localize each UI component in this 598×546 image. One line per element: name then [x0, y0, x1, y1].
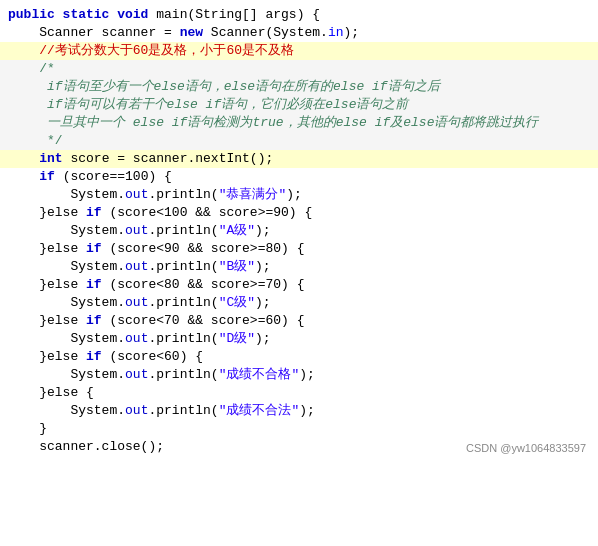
code-token: out — [125, 366, 148, 384]
code-token: //考试分数大于60是及格，小于60是不及格 — [39, 42, 294, 60]
code-line: /* — [0, 60, 598, 78]
code-line: }else if (score<60) { — [0, 348, 598, 366]
code-token: }else — [8, 348, 86, 366]
code-line: } — [0, 420, 598, 438]
code-token: Scanner scanner = — [8, 24, 180, 42]
code-token: Scanner(System. — [203, 24, 328, 42]
code-token: "成绩不合法" — [219, 402, 300, 420]
code-token: ); — [286, 186, 302, 204]
code-token: .println( — [148, 258, 218, 276]
code-token: .println( — [148, 186, 218, 204]
code-line: System.out.println("C级"); — [0, 294, 598, 312]
code-token: (score<70 && score>=60) { — [102, 312, 305, 330]
code-line: }else if (score<100 && score>=90) { — [0, 204, 598, 222]
code-token — [8, 78, 47, 96]
code-editor: public static void main(String[] args) {… — [0, 0, 598, 462]
code-token: if — [86, 312, 102, 330]
code-token: }else — [8, 276, 86, 294]
code-token: }else — [8, 312, 86, 330]
code-token: /* — [39, 60, 55, 78]
code-line: System.out.println("D级"); — [0, 330, 598, 348]
code-token: out — [125, 294, 148, 312]
code-line: */ — [0, 132, 598, 150]
code-token: new — [180, 24, 203, 42]
code-token: static — [63, 6, 118, 24]
code-line: if语句可以有若干个else if语句，它们必须在else语句之前 — [0, 96, 598, 114]
code-token: "C级" — [219, 294, 255, 312]
code-token: out — [125, 222, 148, 240]
code-token: ); — [255, 330, 271, 348]
code-token: if — [86, 276, 102, 294]
code-line: if语句至少有一个else语句，else语句在所有的else if语句之后 — [0, 78, 598, 96]
code-token: System. — [8, 222, 125, 240]
code-token: ); — [299, 366, 315, 384]
code-token: ); — [255, 222, 271, 240]
code-token: .println( — [148, 402, 218, 420]
code-line: System.out.println("成绩不合法"); — [0, 402, 598, 420]
code-token: if — [86, 204, 102, 222]
code-token: if — [86, 348, 102, 366]
code-token: "成绩不合格" — [219, 366, 300, 384]
code-token: "恭喜满分" — [219, 186, 287, 204]
code-line: }else if (score<90 && score>=80) { — [0, 240, 598, 258]
code-token — [8, 168, 39, 186]
code-token: System. — [8, 366, 125, 384]
code-line: System.out.println("A级"); — [0, 222, 598, 240]
code-token: if语句可以有若干个else if语句，它们必须在else语句之前 — [47, 96, 408, 114]
code-token: .println( — [148, 366, 218, 384]
code-token: if — [39, 168, 55, 186]
code-token — [8, 96, 47, 114]
code-token: 一旦其中一个 else if语句检测为true，其他的else if及else语… — [47, 114, 538, 132]
code-token: .println( — [148, 294, 218, 312]
code-token: if语句至少有一个else语句，else语句在所有的else if语句之后 — [47, 78, 440, 96]
code-token: scanner.close(); — [8, 438, 164, 456]
code-line: System.out.println("成绩不合格"); — [0, 366, 598, 384]
code-token: out — [125, 330, 148, 348]
code-token: int — [39, 150, 62, 168]
code-token: }else — [8, 204, 86, 222]
code-line: if (score==100) { — [0, 168, 598, 186]
code-token: (score==100) { — [55, 168, 172, 186]
code-token: ); — [299, 402, 315, 420]
code-token: out — [125, 258, 148, 276]
code-line: }else { — [0, 384, 598, 402]
code-line: System.out.println("恭喜满分"); — [0, 186, 598, 204]
code-token: System. — [8, 402, 125, 420]
code-token: (score<60) { — [102, 348, 203, 366]
code-token: (score<80 && score>=70) { — [102, 276, 305, 294]
code-token — [8, 150, 39, 168]
code-token: main(String[] args) { — [156, 6, 320, 24]
code-token: "D级" — [219, 330, 255, 348]
code-line: System.out.println("B级"); — [0, 258, 598, 276]
code-token — [8, 42, 39, 60]
code-line: int score = scanner.nextInt(); — [0, 150, 598, 168]
code-token: ); — [343, 24, 359, 42]
code-token: (score<90 && score>=80) { — [102, 240, 305, 258]
code-line: public static void main(String[] args) { — [0, 6, 598, 24]
code-token: out — [125, 402, 148, 420]
code-token: in — [328, 24, 344, 42]
code-token: "A级" — [219, 222, 255, 240]
code-token: */ — [47, 132, 63, 150]
code-token: System. — [8, 330, 125, 348]
code-token: ); — [255, 258, 271, 276]
code-token: out — [125, 186, 148, 204]
code-token: if — [86, 240, 102, 258]
code-line: 一旦其中一个 else if语句检测为true，其他的else if及else语… — [0, 114, 598, 132]
code-line: }else if (score<80 && score>=70) { — [0, 276, 598, 294]
code-line: }else if (score<70 && score>=60) { — [0, 312, 598, 330]
code-token — [8, 114, 47, 132]
code-token: System. — [8, 294, 125, 312]
code-token: System. — [8, 258, 125, 276]
code-line: Scanner scanner = new Scanner(System.in)… — [0, 24, 598, 42]
watermark: CSDN @yw1064833597 — [466, 442, 586, 454]
code-token: public — [8, 6, 63, 24]
code-line: //考试分数大于60是及格，小于60是不及格 — [0, 42, 598, 60]
code-token: System. — [8, 186, 125, 204]
code-token — [8, 132, 47, 150]
code-token: .println( — [148, 222, 218, 240]
code-token: void — [117, 6, 156, 24]
code-token — [8, 60, 39, 78]
code-token: "B级" — [219, 258, 255, 276]
code-token: }else — [8, 240, 86, 258]
